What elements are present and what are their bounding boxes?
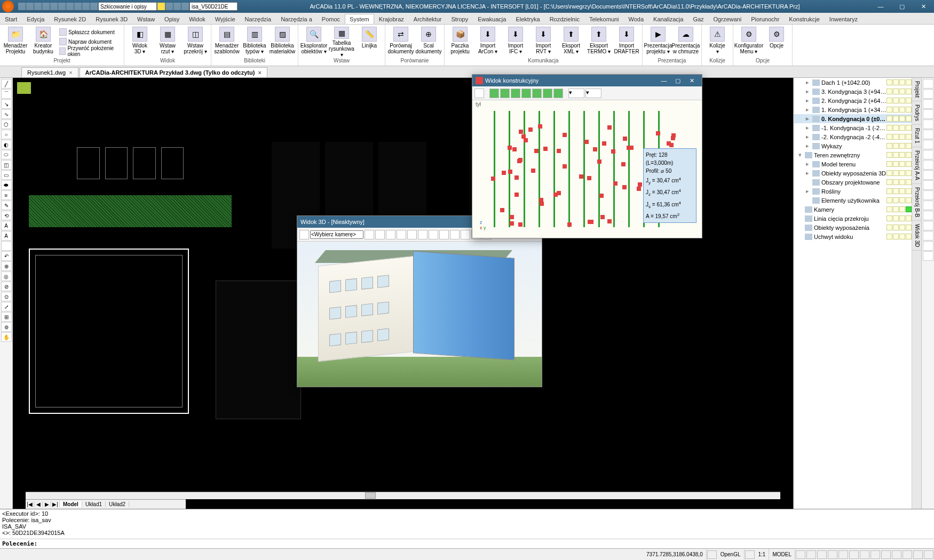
- ortho-btn[interactable]: [817, 550, 827, 559]
- draw-tool-20[interactable]: ⊘: [1, 282, 12, 291]
- doc-tab[interactable]: Rysunek1.dwg×: [21, 67, 78, 77]
- qa-bulb-icon[interactable]: [157, 3, 165, 10]
- freeze-icon[interactable]: [893, 188, 899, 194]
- snap-tool-10[interactable]: [923, 180, 933, 190]
- menu-tab-rozdzielnic[interactable]: Rozdzielnic: [545, 14, 584, 24]
- freeze-icon[interactable]: [893, 234, 899, 239]
- close-tab-icon[interactable]: ×: [258, 69, 261, 76]
- ribbon-btn-eksport[interactable]: ⬆EksportXML ▾: [558, 26, 584, 58]
- draw-tool-23[interactable]: ⊞: [1, 312, 12, 322]
- ribbon-btn-paczka[interactable]: 📦Paczkaprojektu: [447, 26, 473, 58]
- color-swatch[interactable]: [906, 206, 912, 212]
- struct-view-side-icon[interactable]: [511, 89, 520, 98]
- ribbon-btn-import[interactable]: ⬇ImportArCon ▾: [474, 26, 501, 58]
- ribbon-btn-eksplorator[interactable]: 🔍Eksploratorobiektów ▾: [300, 26, 327, 58]
- lock-icon[interactable]: [899, 98, 905, 103]
- freeze-icon[interactable]: [893, 134, 899, 140]
- freeze-icon[interactable]: [893, 161, 899, 167]
- color-swatch[interactable]: [906, 152, 912, 158]
- struct-view-iso1-icon[interactable]: [521, 89, 531, 98]
- struct-shade-dropdown[interactable]: ▾: [585, 89, 601, 98]
- qa-new-icon[interactable]: [18, 3, 26, 10]
- lock-icon[interactable]: [899, 143, 905, 149]
- draw-tool-11[interactable]: ≡: [1, 190, 12, 200]
- freeze-icon[interactable]: [893, 79, 899, 85]
- snap-tool-4[interactable]: [923, 119, 933, 129]
- ribbon-btn-wstaw[interactable]: ◫Wstawprzekrój ▾: [182, 26, 209, 58]
- menu-tab-gaz[interactable]: Gaz: [688, 14, 708, 24]
- lock-icon[interactable]: [899, 206, 905, 212]
- snap-tool-15[interactable]: [923, 231, 933, 241]
- color-swatch[interactable]: [906, 143, 912, 149]
- draw-tool-17[interactable]: ↶: [1, 251, 12, 261]
- side-tab-projekt[interactable]: Projekt: [912, 78, 921, 101]
- tree-row[interactable]: Kamery: [794, 205, 912, 214]
- qa-undo-icon[interactable]: [50, 3, 58, 10]
- side-tab-przekrój-b-b[interactable]: Przekrój B-B: [912, 184, 921, 221]
- draw-tool-12[interactable]: ✎: [1, 201, 12, 210]
- tree-row[interactable]: ▸2. Kondygnacja 2 (+642.00): [794, 96, 912, 105]
- qa-match-icon[interactable]: [90, 3, 98, 10]
- bulb-icon[interactable]: [886, 134, 892, 140]
- panel-close-button[interactable]: ✕: [685, 77, 699, 84]
- menu-tab-ewakuacja[interactable]: Ewakuacja: [473, 14, 511, 24]
- bulb-icon[interactable]: [886, 125, 892, 131]
- camera-icon[interactable]: [299, 230, 309, 239]
- tree-row[interactable]: ▸0. Kondygnacja 0 (±0.00...: [794, 114, 912, 123]
- snap-tool-1[interactable]: [923, 89, 933, 99]
- layout-tab-układ2[interactable]: Układ2: [106, 501, 129, 507]
- ribbon-btn-kolizje[interactable]: ⚠Kolizje▾: [704, 26, 731, 58]
- lock-icon[interactable]: [899, 89, 905, 94]
- layout-tab-model[interactable]: Model: [60, 501, 82, 507]
- qa-save-icon[interactable]: [34, 3, 42, 10]
- bulb-icon[interactable]: [886, 179, 892, 185]
- structural-viewport[interactable]: tył Pręt: 128 (L=3,000m) Profil: ⌀ 50 Jy…: [472, 100, 702, 238]
- bulb-icon[interactable]: [886, 206, 892, 212]
- side-tab-podrys[interactable]: Podrys: [912, 101, 921, 125]
- draw-tool-1[interactable]: ⌒: [1, 89, 12, 99]
- tree-expand-icon[interactable]: ▸: [806, 79, 812, 86]
- qa-layers-icon[interactable]: [173, 3, 181, 10]
- ribbon-btn-biblioteka[interactable]: ▨Bibliotekamateriałów: [269, 26, 296, 58]
- draw-tool-6[interactable]: ◐: [1, 140, 12, 149]
- qa-open-icon[interactable]: [26, 3, 34, 10]
- menu-tab-krajobraz[interactable]: Krajobraz: [374, 14, 409, 24]
- snap-btn[interactable]: [796, 550, 805, 559]
- bulb-icon[interactable]: [886, 215, 892, 221]
- bulb-icon[interactable]: [886, 98, 892, 103]
- struct-btn-1[interactable]: [474, 89, 484, 98]
- color-swatch[interactable]: [906, 125, 912, 131]
- view-3d-panel[interactable]: Widok 3D - [Nieaktywny]: [297, 215, 542, 387]
- snap-tool-6[interactable]: [923, 140, 933, 149]
- menu-tab-architektur[interactable]: Architektur: [409, 14, 447, 24]
- lock-icon[interactable]: [899, 197, 905, 203]
- ribbon-btn-import[interactable]: ⬇ImportRVT ▾: [530, 26, 557, 58]
- freeze-icon[interactable]: [893, 125, 899, 131]
- struct-filter-dropdown[interactable]: ▾: [568, 89, 584, 98]
- menu-tab-elektryka[interactable]: Elektryka: [511, 14, 544, 24]
- draw-tool-3[interactable]: ∿: [1, 109, 12, 119]
- color-swatch[interactable]: [906, 116, 912, 122]
- close-tab-icon[interactable]: ×: [69, 69, 72, 76]
- bulb-icon[interactable]: [886, 170, 892, 176]
- color-swatch[interactable]: [906, 225, 912, 230]
- menu-tab-narzędzia[interactable]: Narzędzia: [240, 14, 276, 24]
- tree-expand-icon[interactable]: ▸: [806, 88, 812, 95]
- airplane-icon[interactable]: [439, 230, 449, 239]
- bulb-icon[interactable]: [886, 79, 892, 85]
- side-tab-przekrój-a-a[interactable]: Przekrój A-A: [912, 147, 921, 184]
- menu-tab-piorunochr[interactable]: Piorunochr: [746, 14, 784, 24]
- tree-row[interactable]: ▸1. Kondygnacja 1 (+342.00): [794, 105, 912, 114]
- sb-btn-13[interactable]: [924, 550, 933, 559]
- tree-row[interactable]: ▸Dach 1 (+1042.00): [794, 78, 912, 87]
- color-swatch[interactable]: [906, 107, 912, 113]
- ribbon-btn-import[interactable]: ⬇ImportIFC ▾: [502, 26, 529, 58]
- lwt-btn[interactable]: [860, 550, 869, 559]
- lock-icon[interactable]: [899, 170, 905, 176]
- lock-icon[interactable]: [899, 134, 905, 140]
- sb-btn-9[interactable]: [881, 550, 891, 559]
- snap-tool-9[interactable]: [923, 170, 933, 180]
- ribbon-btn-opcje[interactable]: ⚙Opcje: [763, 26, 790, 58]
- draw-tool-7[interactable]: ⬭: [1, 150, 12, 159]
- menu-tab-wstaw[interactable]: Wstaw: [132, 14, 160, 24]
